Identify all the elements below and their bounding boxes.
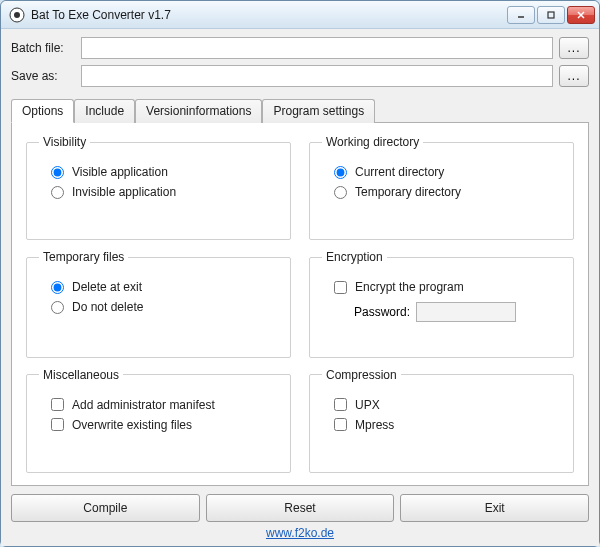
options-panel: Visibility Visible application Invisible… xyxy=(11,122,589,486)
tempdir-radio[interactable] xyxy=(334,186,347,199)
password-input[interactable] xyxy=(416,302,516,322)
manifest-option-row: Add administrator manifest xyxy=(39,398,278,412)
workingdir-group: Working directory Current directory Temp… xyxy=(309,135,574,240)
delete-option-row: Delete at exit xyxy=(39,280,278,294)
currentdir-option-row: Current directory xyxy=(322,165,561,179)
workingdir-legend: Working directory xyxy=(322,135,423,149)
exit-button[interactable]: Exit xyxy=(400,494,589,522)
tab-options[interactable]: Options xyxy=(11,99,74,123)
tab-programsettings[interactable]: Program settings xyxy=(262,99,375,123)
overwrite-label: Overwrite existing files xyxy=(72,418,192,432)
invisible-label: Invisible application xyxy=(72,185,176,199)
client-area: Batch file: ... Save as: ... Options Inc… xyxy=(1,29,599,546)
visible-label: Visible application xyxy=(72,165,168,179)
upx-label: UPX xyxy=(355,398,380,412)
maximize-button[interactable] xyxy=(537,6,565,24)
batch-file-label: Batch file: xyxy=(11,41,81,55)
window-title: Bat To Exe Converter v1.7 xyxy=(31,8,507,22)
encryption-legend: Encryption xyxy=(322,250,387,264)
upx-checkbox[interactable] xyxy=(334,398,347,411)
invisible-option-row: Invisible application xyxy=(39,185,278,199)
tempdir-option-row: Temporary directory xyxy=(322,185,561,199)
manifest-label: Add administrator manifest xyxy=(72,398,215,412)
tempfiles-group: Temporary files Delete at exit Do not de… xyxy=(26,250,291,357)
app-icon xyxy=(9,7,25,23)
batch-browse-button[interactable]: ... xyxy=(559,37,589,59)
misc-legend: Miscellaneous xyxy=(39,368,123,382)
currentdir-label: Current directory xyxy=(355,165,444,179)
svg-rect-3 xyxy=(548,12,554,18)
visible-radio[interactable] xyxy=(51,166,64,179)
batch-file-input[interactable] xyxy=(81,37,553,59)
save-as-row: Save as: ... xyxy=(11,65,589,87)
visibility-group: Visibility Visible application Invisible… xyxy=(26,135,291,240)
visible-option-row: Visible application xyxy=(39,165,278,179)
encryption-group: Encryption Encrypt the program Password: xyxy=(309,250,574,357)
save-as-browse-button[interactable]: ... xyxy=(559,65,589,87)
window-controls xyxy=(507,6,595,24)
password-label: Password: xyxy=(354,305,410,319)
footer-link[interactable]: www.f2ko.de xyxy=(266,526,334,540)
save-as-label: Save as: xyxy=(11,69,81,83)
button-row: Compile Reset Exit xyxy=(11,494,589,522)
compression-group: Compression UPX Mpress xyxy=(309,368,574,473)
close-button[interactable] xyxy=(567,6,595,24)
minimize-button[interactable] xyxy=(507,6,535,24)
delete-radio[interactable] xyxy=(51,281,64,294)
titlebar: Bat To Exe Converter v1.7 xyxy=(1,1,599,29)
tab-versioninfo[interactable]: Versioninformations xyxy=(135,99,262,123)
overwrite-option-row: Overwrite existing files xyxy=(39,418,278,432)
mpress-option-row: Mpress xyxy=(322,418,561,432)
upx-option-row: UPX xyxy=(322,398,561,412)
svg-point-1 xyxy=(14,12,20,18)
app-window: Bat To Exe Converter v1.7 Batch file: ..… xyxy=(0,0,600,547)
tab-include[interactable]: Include xyxy=(74,99,135,123)
invisible-radio[interactable] xyxy=(51,186,64,199)
keep-radio[interactable] xyxy=(51,301,64,314)
reset-button[interactable]: Reset xyxy=(206,494,395,522)
encrypt-label: Encrypt the program xyxy=(355,280,464,294)
delete-label: Delete at exit xyxy=(72,280,142,294)
footer: www.f2ko.de xyxy=(11,522,589,542)
visibility-legend: Visibility xyxy=(39,135,90,149)
password-row: Password: xyxy=(322,302,561,322)
compression-legend: Compression xyxy=(322,368,401,382)
mpress-checkbox[interactable] xyxy=(334,418,347,431)
encrypt-option-row: Encrypt the program xyxy=(322,280,561,294)
tempdir-label: Temporary directory xyxy=(355,185,461,199)
misc-group: Miscellaneous Add administrator manifest… xyxy=(26,368,291,473)
compile-button[interactable]: Compile xyxy=(11,494,200,522)
save-as-input[interactable] xyxy=(81,65,553,87)
tempfiles-legend: Temporary files xyxy=(39,250,128,264)
tab-bar: Options Include Versioninformations Prog… xyxy=(11,99,589,122)
mpress-label: Mpress xyxy=(355,418,394,432)
keep-label: Do not delete xyxy=(72,300,143,314)
batch-file-row: Batch file: ... xyxy=(11,37,589,59)
currentdir-radio[interactable] xyxy=(334,166,347,179)
keep-option-row: Do not delete xyxy=(39,300,278,314)
manifest-checkbox[interactable] xyxy=(51,398,64,411)
overwrite-checkbox[interactable] xyxy=(51,418,64,431)
encrypt-checkbox[interactable] xyxy=(334,281,347,294)
